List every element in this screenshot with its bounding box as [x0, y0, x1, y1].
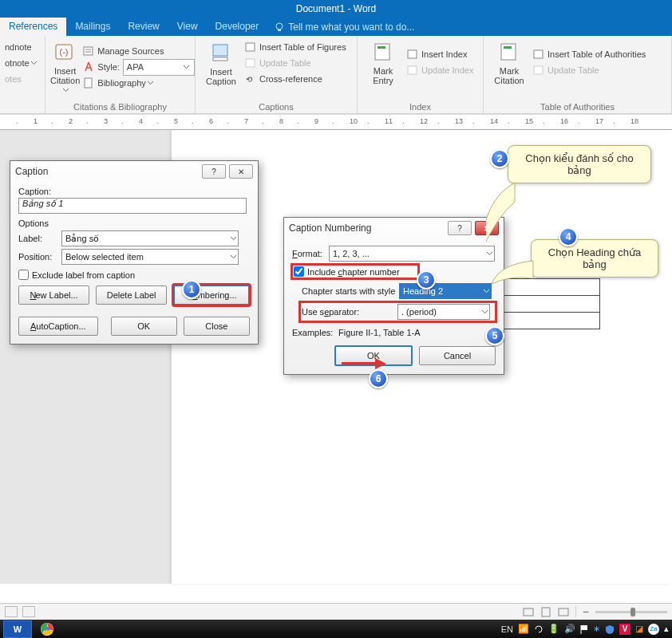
bibliography-button[interactable]: Bibliography — [83, 75, 195, 91]
show-hidden-icons[interactable]: ▴ — [664, 624, 669, 634]
zoom-out-button[interactable]: − — [583, 605, 589, 618]
zalo-icon[interactable]: Za — [648, 624, 659, 635]
group-index: Mark Entry Insert Index Update Index Ind… — [358, 36, 484, 113]
next-footnote-button[interactable]: otnote — [5, 55, 40, 71]
chrome-icon[interactable] — [34, 621, 61, 637]
caption-input[interactable]: Bảng số 1 — [18, 198, 247, 214]
update-table-toa-button[interactable]: Update Table — [533, 62, 646, 78]
tab-view[interactable]: View — [168, 18, 207, 36]
sync-icon[interactable] — [534, 624, 544, 634]
cross-reference-button[interactable]: ⟲ Cross-reference — [245, 71, 346, 87]
group-citations: (-) Insert Citation Manage Sources Style… — [45, 36, 196, 113]
group-captions: Insert Caption Insert Table of Figures U… — [196, 36, 358, 113]
style-icon — [83, 61, 94, 73]
svg-rect-25 — [559, 608, 568, 616]
language-indicator[interactable]: EN — [501, 624, 513, 634]
new-label-button[interactable]: New Label... — [18, 286, 89, 305]
update-index-icon — [407, 65, 418, 76]
manage-sources-icon — [83, 45, 94, 57]
svg-rect-18 — [504, 46, 512, 49]
svg-rect-19 — [534, 50, 543, 58]
tray-icon[interactable]: ◪ — [635, 624, 643, 634]
dialog-caption: Caption ? ✕ Caption: Bảng số 1 Options L… — [10, 160, 259, 345]
chapter-style-dropdown[interactable]: Heading 2 — [399, 283, 492, 299]
wifi-icon[interactable]: 📶 — [518, 624, 529, 634]
insert-toa-button[interactable]: Insert Table of Authorities — [533, 46, 646, 62]
mark-entry-icon — [370, 39, 396, 65]
bibliography-icon — [83, 77, 94, 89]
update-index-button[interactable]: Update Index — [407, 62, 473, 78]
group-index-label: Index — [362, 102, 478, 112]
web-layout-icon[interactable] — [558, 606, 569, 617]
insert-citation-button[interactable]: (-) Insert Citation — [50, 39, 80, 95]
format-dropdown[interactable]: 1, 2, 3, ... — [329, 246, 495, 262]
dialog-numbering-titlebar[interactable]: Caption Numbering ? ✕ — [284, 218, 504, 238]
status-icon[interactable] — [5, 606, 18, 617]
autocaption-button[interactable]: AutoCaption... — [18, 317, 98, 336]
include-chapter-label: Include chapter number — [307, 267, 400, 277]
svg-marker-22 — [375, 358, 386, 369]
dialog-caption-titlebar[interactable]: Caption ? ✕ — [10, 161, 258, 182]
insert-caption-button[interactable]: Insert Caption — [200, 40, 242, 86]
insert-toa-icon — [533, 49, 544, 60]
label-dropdown[interactable]: Bảng số — [61, 230, 239, 246]
svg-rect-20 — [534, 66, 543, 74]
close-icon[interactable]: ✕ — [229, 164, 253, 179]
svg-rect-9 — [213, 57, 227, 61]
exclude-label-checkbox[interactable] — [18, 270, 29, 280]
tell-me[interactable]: Tell me what you want to do... — [274, 22, 414, 33]
step-badge-1: 1 — [182, 280, 201, 299]
position-dropdown[interactable]: Below selected item — [61, 249, 239, 265]
tab-developer[interactable]: Developer — [207, 18, 268, 36]
svg-text:(-): (-) — [59, 47, 68, 57]
delete-label-button[interactable]: Delete Label — [96, 286, 167, 305]
ribbon: ndnote otnote otes (-) Insert Citation M… — [0, 36, 672, 114]
caption-ok-button[interactable]: OK — [111, 317, 177, 336]
style-selector[interactable]: Style: APA — [83, 59, 195, 75]
svg-rect-4 — [84, 47, 93, 55]
manage-sources-button[interactable]: Manage Sources — [83, 43, 195, 59]
print-layout-icon[interactable] — [540, 606, 551, 617]
help-button[interactable]: ? — [448, 221, 472, 235]
shield-icon[interactable] — [605, 624, 615, 634]
insert-table-of-figures-button[interactable]: Insert Table of Figures — [245, 39, 346, 55]
system-tray[interactable]: EN 📶 🔋 🔊 ∗ V ◪ Za ▴ — [501, 624, 669, 635]
callout-tail-icon — [492, 256, 536, 288]
separator-dropdown[interactable]: . (period) — [397, 304, 490, 320]
caption-close-button[interactable]: Close — [184, 317, 250, 336]
svg-rect-1 — [278, 30, 281, 31]
show-notes-button[interactable]: otes — [5, 71, 40, 87]
lightbulb-icon — [274, 22, 285, 33]
update-table-captions-button[interactable]: Update Table — [245, 55, 346, 71]
group-citations-label: Citations & Bibliography — [50, 102, 190, 112]
svg-rect-16 — [408, 66, 417, 74]
zoom-slider[interactable] — [595, 611, 667, 613]
include-chapter-checkbox[interactable] — [294, 266, 304, 277]
help-button[interactable]: ? — [202, 164, 226, 179]
dialog-caption-title: Caption — [15, 166, 48, 177]
mark-citation-icon — [496, 39, 522, 65]
bluetooth-icon[interactable]: ∗ — [593, 624, 600, 634]
insert-endnote-button[interactable]: ndnote — [5, 39, 40, 55]
style-dropdown[interactable]: APA — [123, 59, 195, 76]
mark-citation-button[interactable]: Mark Citation — [488, 39, 530, 85]
tab-references[interactable]: References — [0, 18, 66, 36]
document-title: Document1 - Word — [296, 3, 376, 14]
mark-entry-button[interactable]: Mark Entry — [362, 39, 404, 85]
step-badge-4: 4 — [559, 227, 578, 246]
tab-mailings[interactable]: Mailings — [66, 18, 119, 36]
vivaldi-icon[interactable]: V — [619, 624, 630, 635]
ribbon-tabbar: References Mailings Review View Develope… — [0, 18, 672, 36]
flag-icon[interactable] — [580, 624, 588, 634]
numbering-cancel-button[interactable]: Cancel — [419, 346, 496, 365]
status-icon[interactable] — [22, 606, 35, 617]
examples-value: Figure II-1, Table 1-A — [338, 328, 421, 337]
insert-index-button[interactable]: Insert Index — [407, 46, 473, 62]
battery-icon[interactable]: 🔋 — [548, 624, 559, 634]
ruler[interactable]: .1.2.3.4.5.6.7.8.9.10.11.12.13.14.15.16.… — [0, 114, 672, 130]
volume-icon[interactable]: 🔊 — [564, 624, 575, 634]
update-table-toa-icon — [533, 65, 544, 76]
read-mode-icon[interactable] — [523, 606, 534, 617]
word-icon[interactable]: W — [3, 620, 32, 638]
tab-review[interactable]: Review — [119, 18, 168, 36]
